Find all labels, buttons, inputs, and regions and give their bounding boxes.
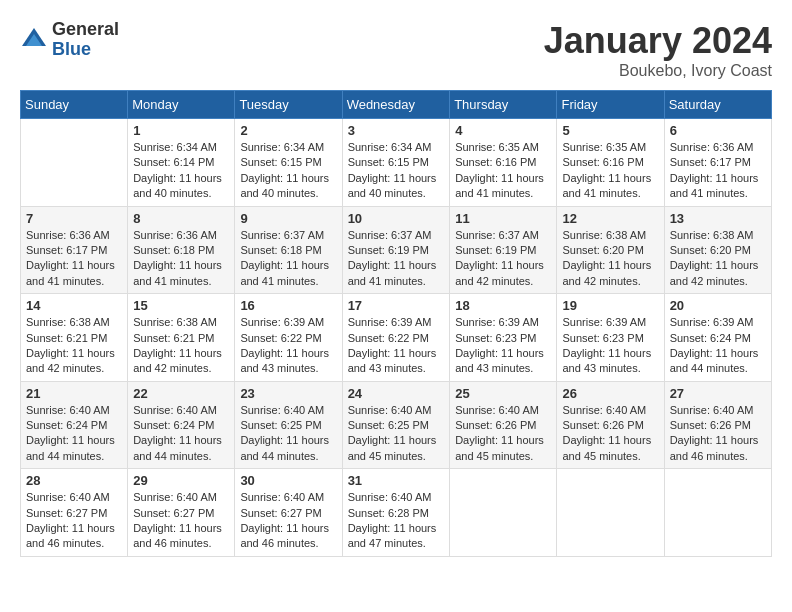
day-number: 9 — [240, 211, 336, 226]
day-number: 31 — [348, 473, 445, 488]
calendar-cell: 6Sunrise: 6:36 AMSunset: 6:17 PMDaylight… — [664, 119, 771, 207]
calendar-cell — [450, 469, 557, 557]
weekday-header-sunday: Sunday — [21, 91, 128, 119]
day-info: Sunrise: 6:34 AMSunset: 6:15 PMDaylight:… — [348, 140, 445, 202]
day-number: 24 — [348, 386, 445, 401]
title-block: January 2024 Boukebo, Ivory Coast — [544, 20, 772, 80]
day-info: Sunrise: 6:40 AMSunset: 6:26 PMDaylight:… — [562, 403, 658, 465]
day-info: Sunrise: 6:34 AMSunset: 6:15 PMDaylight:… — [240, 140, 336, 202]
day-number: 5 — [562, 123, 658, 138]
calendar-cell: 5Sunrise: 6:35 AMSunset: 6:16 PMDaylight… — [557, 119, 664, 207]
calendar-cell: 22Sunrise: 6:40 AMSunset: 6:24 PMDayligh… — [128, 381, 235, 469]
day-number: 27 — [670, 386, 766, 401]
day-info: Sunrise: 6:38 AMSunset: 6:20 PMDaylight:… — [670, 228, 766, 290]
weekday-header-row: SundayMondayTuesdayWednesdayThursdayFrid… — [21, 91, 772, 119]
day-info: Sunrise: 6:40 AMSunset: 6:27 PMDaylight:… — [26, 490, 122, 552]
calendar-table: SundayMondayTuesdayWednesdayThursdayFrid… — [20, 90, 772, 557]
day-info: Sunrise: 6:40 AMSunset: 6:27 PMDaylight:… — [240, 490, 336, 552]
weekday-header-monday: Monday — [128, 91, 235, 119]
weekday-header-tuesday: Tuesday — [235, 91, 342, 119]
day-number: 10 — [348, 211, 445, 226]
day-info: Sunrise: 6:39 AMSunset: 6:23 PMDaylight:… — [455, 315, 551, 377]
calendar-cell: 18Sunrise: 6:39 AMSunset: 6:23 PMDayligh… — [450, 294, 557, 382]
calendar-cell: 23Sunrise: 6:40 AMSunset: 6:25 PMDayligh… — [235, 381, 342, 469]
calendar-week-row: 21Sunrise: 6:40 AMSunset: 6:24 PMDayligh… — [21, 381, 772, 469]
day-info: Sunrise: 6:37 AMSunset: 6:19 PMDaylight:… — [455, 228, 551, 290]
calendar-cell: 8Sunrise: 6:36 AMSunset: 6:18 PMDaylight… — [128, 206, 235, 294]
calendar-week-row: 1Sunrise: 6:34 AMSunset: 6:14 PMDaylight… — [21, 119, 772, 207]
calendar-cell: 4Sunrise: 6:35 AMSunset: 6:16 PMDaylight… — [450, 119, 557, 207]
day-number: 16 — [240, 298, 336, 313]
day-number: 30 — [240, 473, 336, 488]
day-info: Sunrise: 6:40 AMSunset: 6:25 PMDaylight:… — [348, 403, 445, 465]
day-number: 22 — [133, 386, 229, 401]
day-info: Sunrise: 6:40 AMSunset: 6:28 PMDaylight:… — [348, 490, 445, 552]
day-info: Sunrise: 6:36 AMSunset: 6:17 PMDaylight:… — [26, 228, 122, 290]
weekday-header-saturday: Saturday — [664, 91, 771, 119]
day-number: 26 — [562, 386, 658, 401]
day-info: Sunrise: 6:36 AMSunset: 6:17 PMDaylight:… — [670, 140, 766, 202]
day-number: 1 — [133, 123, 229, 138]
calendar-cell: 16Sunrise: 6:39 AMSunset: 6:22 PMDayligh… — [235, 294, 342, 382]
logo-text: General Blue — [52, 20, 119, 60]
logo-general-text: General — [52, 20, 119, 40]
day-info: Sunrise: 6:40 AMSunset: 6:24 PMDaylight:… — [133, 403, 229, 465]
day-number: 18 — [455, 298, 551, 313]
day-info: Sunrise: 6:35 AMSunset: 6:16 PMDaylight:… — [455, 140, 551, 202]
calendar-cell: 26Sunrise: 6:40 AMSunset: 6:26 PMDayligh… — [557, 381, 664, 469]
calendar-cell — [664, 469, 771, 557]
day-number: 20 — [670, 298, 766, 313]
weekday-header-friday: Friday — [557, 91, 664, 119]
day-info: Sunrise: 6:36 AMSunset: 6:18 PMDaylight:… — [133, 228, 229, 290]
day-number: 14 — [26, 298, 122, 313]
weekday-header-thursday: Thursday — [450, 91, 557, 119]
logo-blue-text: Blue — [52, 40, 119, 60]
calendar-week-row: 28Sunrise: 6:40 AMSunset: 6:27 PMDayligh… — [21, 469, 772, 557]
calendar-cell: 17Sunrise: 6:39 AMSunset: 6:22 PMDayligh… — [342, 294, 450, 382]
day-number: 29 — [133, 473, 229, 488]
day-number: 2 — [240, 123, 336, 138]
calendar-cell — [21, 119, 128, 207]
page-header: General Blue January 2024 Boukebo, Ivory… — [20, 20, 772, 80]
day-number: 3 — [348, 123, 445, 138]
calendar-cell: 2Sunrise: 6:34 AMSunset: 6:15 PMDaylight… — [235, 119, 342, 207]
location-subtitle: Boukebo, Ivory Coast — [544, 62, 772, 80]
day-info: Sunrise: 6:40 AMSunset: 6:26 PMDaylight:… — [455, 403, 551, 465]
calendar-cell: 27Sunrise: 6:40 AMSunset: 6:26 PMDayligh… — [664, 381, 771, 469]
day-number: 28 — [26, 473, 122, 488]
day-info: Sunrise: 6:38 AMSunset: 6:20 PMDaylight:… — [562, 228, 658, 290]
weekday-header-wednesday: Wednesday — [342, 91, 450, 119]
day-number: 23 — [240, 386, 336, 401]
day-number: 12 — [562, 211, 658, 226]
day-info: Sunrise: 6:38 AMSunset: 6:21 PMDaylight:… — [26, 315, 122, 377]
logo: General Blue — [20, 20, 119, 60]
day-info: Sunrise: 6:35 AMSunset: 6:16 PMDaylight:… — [562, 140, 658, 202]
calendar-cell: 28Sunrise: 6:40 AMSunset: 6:27 PMDayligh… — [21, 469, 128, 557]
calendar-cell: 14Sunrise: 6:38 AMSunset: 6:21 PMDayligh… — [21, 294, 128, 382]
day-info: Sunrise: 6:39 AMSunset: 6:24 PMDaylight:… — [670, 315, 766, 377]
calendar-cell: 29Sunrise: 6:40 AMSunset: 6:27 PMDayligh… — [128, 469, 235, 557]
day-info: Sunrise: 6:40 AMSunset: 6:25 PMDaylight:… — [240, 403, 336, 465]
calendar-cell: 3Sunrise: 6:34 AMSunset: 6:15 PMDaylight… — [342, 119, 450, 207]
day-number: 15 — [133, 298, 229, 313]
calendar-cell: 15Sunrise: 6:38 AMSunset: 6:21 PMDayligh… — [128, 294, 235, 382]
calendar-cell: 9Sunrise: 6:37 AMSunset: 6:18 PMDaylight… — [235, 206, 342, 294]
day-number: 8 — [133, 211, 229, 226]
day-number: 7 — [26, 211, 122, 226]
calendar-cell: 19Sunrise: 6:39 AMSunset: 6:23 PMDayligh… — [557, 294, 664, 382]
calendar-cell: 21Sunrise: 6:40 AMSunset: 6:24 PMDayligh… — [21, 381, 128, 469]
day-number: 17 — [348, 298, 445, 313]
calendar-cell: 31Sunrise: 6:40 AMSunset: 6:28 PMDayligh… — [342, 469, 450, 557]
calendar-cell: 7Sunrise: 6:36 AMSunset: 6:17 PMDaylight… — [21, 206, 128, 294]
day-number: 11 — [455, 211, 551, 226]
day-info: Sunrise: 6:37 AMSunset: 6:18 PMDaylight:… — [240, 228, 336, 290]
calendar-cell: 12Sunrise: 6:38 AMSunset: 6:20 PMDayligh… — [557, 206, 664, 294]
day-number: 4 — [455, 123, 551, 138]
calendar-cell: 20Sunrise: 6:39 AMSunset: 6:24 PMDayligh… — [664, 294, 771, 382]
day-info: Sunrise: 6:40 AMSunset: 6:24 PMDaylight:… — [26, 403, 122, 465]
day-info: Sunrise: 6:39 AMSunset: 6:23 PMDaylight:… — [562, 315, 658, 377]
day-number: 6 — [670, 123, 766, 138]
day-number: 21 — [26, 386, 122, 401]
day-info: Sunrise: 6:34 AMSunset: 6:14 PMDaylight:… — [133, 140, 229, 202]
day-info: Sunrise: 6:40 AMSunset: 6:27 PMDaylight:… — [133, 490, 229, 552]
